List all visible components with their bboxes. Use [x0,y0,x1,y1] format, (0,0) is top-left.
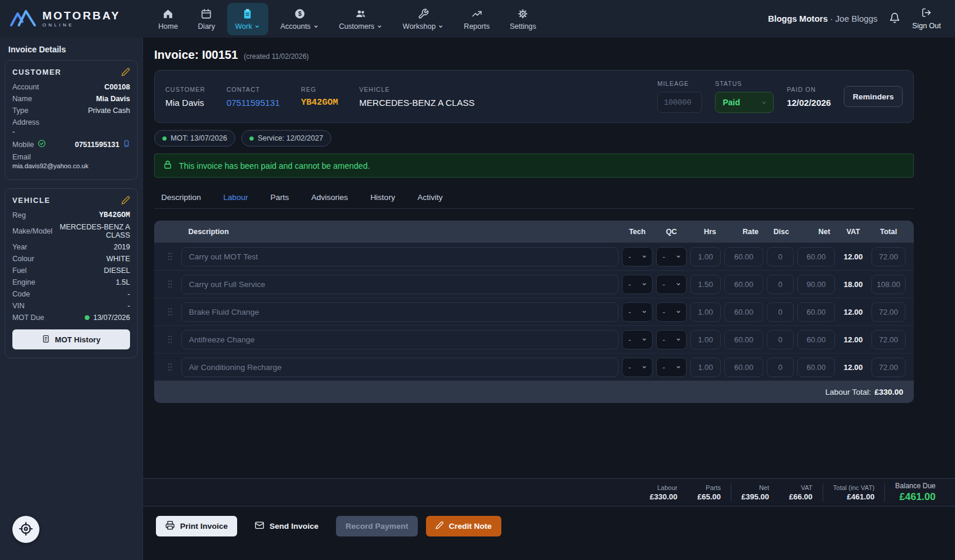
invoice-totals-bar: Labour £330.00 Parts £65.00 Net £395.00 … [143,478,955,506]
vehicle-mot-due-row: MOT Due 13/07/2026 [12,312,130,324]
rate-input[interactable]: 60.00 [724,330,763,349]
net-input[interactable]: 60.00 [797,330,835,349]
motorbay-logo-icon [9,8,36,30]
notifications-button[interactable] [889,12,900,25]
drag-handle-icon[interactable] [162,279,178,289]
mileage-input[interactable] [657,92,702,113]
status-select[interactable]: Paid [715,92,774,113]
disc-input[interactable]: 0 [767,247,794,266]
total-input[interactable]: 72.00 [871,358,906,377]
labour-description-input[interactable] [181,247,618,266]
disc-input[interactable]: 0 [767,358,794,377]
customer-card: CUSTOMER Account C00108 Name Mia Davis T… [5,60,138,180]
contact-phone-link[interactable]: 07511595131 [227,98,280,108]
credit-note-button[interactable]: Credit Note [426,516,501,536]
nav-label: Reports [464,22,490,31]
support-target-button[interactable] [12,516,39,543]
tab-history[interactable]: History [369,189,396,208]
chevron-down-icon [377,24,382,29]
tech-select[interactable]: - [622,358,653,377]
tab-parts[interactable]: Parts [269,189,291,208]
hrs-input[interactable]: 1.00 [690,247,721,266]
disc-input[interactable]: 0 [767,330,794,349]
disc-input[interactable]: 0 [767,275,794,294]
mot-history-button[interactable]: MOT History [12,329,130,349]
tech-select[interactable]: - [622,247,653,266]
hrs-input[interactable]: 1.50 [690,275,721,294]
net-input[interactable]: 60.00 [797,358,835,377]
rate-input[interactable]: 60.00 [724,358,763,377]
drag-handle-icon[interactable] [162,362,178,372]
drag-handle-icon[interactable] [162,252,178,261]
tab-advisories[interactable]: Advisories [310,189,349,208]
nav-item-accounts[interactable]: $ Accounts [272,3,327,35]
nav-item-reports[interactable]: Reports [455,3,498,35]
total-input[interactable]: 72.00 [871,330,906,349]
edit-customer-icon[interactable] [121,68,130,76]
hrs-input[interactable]: 1.00 [690,330,721,349]
net-input[interactable]: 60.00 [797,247,835,266]
mot-badge: MOT: 13/07/2026 [154,130,235,146]
qc-select[interactable]: - [656,302,687,322]
qc-select[interactable]: - [656,330,687,349]
net-input[interactable]: 90.00 [797,275,835,294]
nav-label: Diary [198,22,215,31]
wrench-icon [418,8,429,19]
chevron-down-icon [761,99,767,106]
qc-select[interactable]: - [656,275,687,294]
tech-select[interactable]: - [622,302,653,322]
nav-item-work[interactable]: Work [227,3,269,35]
tab-activity[interactable]: Activity [416,189,444,208]
app-root: MOTORBAY ONLINE Home Diary W [0,0,955,560]
nav-item-home[interactable]: Home [150,3,186,35]
tech-select[interactable]: - [622,275,653,294]
labour-total-value: £330.00 [874,388,903,396]
rate-input[interactable]: 60.00 [724,247,763,266]
labour-description-input[interactable] [181,330,618,349]
sign-out-button[interactable]: Sign Out [912,8,941,30]
qc-select[interactable]: - [656,358,687,377]
vat-value: 12.00 [838,252,868,261]
net-input[interactable]: 60.00 [797,302,835,322]
mobile-phone-icon[interactable] [123,139,130,149]
tab-description[interactable]: Description [160,189,202,208]
document-icon [42,335,50,345]
hrs-input[interactable]: 1.00 [690,302,721,322]
labour-description-input[interactable] [181,302,618,322]
rate-input[interactable]: 60.00 [724,275,763,294]
tech-select[interactable]: - [622,330,653,349]
labour-description-input[interactable] [181,358,618,377]
disc-input[interactable]: 0 [767,302,794,322]
total-input[interactable]: 72.00 [871,302,906,322]
summary-reg: REG YB42GOM [301,86,338,108]
labour-row: - - 1.00 60.00 0 60.00 12.00 72.00 [154,353,914,381]
chevron-down-icon [641,309,647,315]
main-panel: Invoice: I00151 (created 11/02/2026) CUS… [143,38,955,560]
drag-handle-icon[interactable] [162,335,178,344]
nav-item-customers[interactable]: Customers [331,3,391,35]
tab-labour[interactable]: Labour [222,189,249,208]
brand-logo[interactable]: MOTORBAY ONLINE [0,8,143,30]
nav-item-workshop[interactable]: Workshop [394,3,452,35]
rate-input[interactable]: 60.00 [724,302,763,322]
vat-value: 12.00 [838,308,868,316]
qc-select[interactable]: - [656,247,687,266]
record-payment-button[interactable]: Record Payment [336,516,418,536]
chevron-down-icon [254,24,260,29]
brand-subtitle: ONLINE [42,23,121,28]
nav-item-diary[interactable]: Diary [189,3,223,35]
customer-email: mia.davis92@yahoo.co.uk [12,162,88,169]
total-input[interactable]: 72.00 [871,247,906,266]
print-invoice-button[interactable]: Print Invoice [156,516,237,536]
reminders-button[interactable]: Reminders [844,86,903,107]
send-invoice-button[interactable]: Send Invoice [245,516,328,536]
home-icon [162,8,174,19]
labour-description-input[interactable] [181,275,618,294]
vat-value: 18.00 [838,280,868,289]
nav-label: Home [158,22,178,31]
edit-vehicle-icon[interactable] [121,196,130,205]
drag-handle-icon[interactable] [162,307,178,316]
nav-item-settings[interactable]: Settings [501,3,544,35]
total-input[interactable]: 108.00 [871,275,906,294]
hrs-input[interactable]: 1.00 [690,358,721,377]
